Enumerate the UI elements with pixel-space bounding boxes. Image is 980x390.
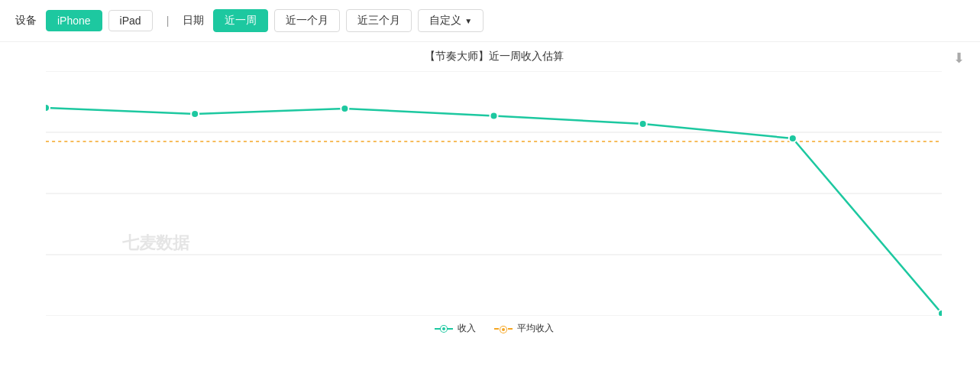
ipad-button[interactable]: iPad	[108, 10, 153, 31]
legend-revenue-label: 收入	[458, 322, 476, 335]
svg-point-13	[341, 105, 348, 112]
chevron-down-icon: ▼	[464, 17, 472, 25]
chart-svg: 1,200 900 600 300 0 01月31日 02月01日 02月02日…	[46, 71, 942, 316]
custom-button[interactable]: 自定义 ▼	[418, 9, 484, 32]
iphone-button[interactable]: iPhone	[46, 10, 102, 31]
three-month-button[interactable]: 近三个月	[346, 9, 412, 32]
chart-area: 七麦数据 1,200 900 600 300 0	[46, 71, 942, 316]
download-icon[interactable]: ⬇	[953, 50, 965, 67]
separator: |	[167, 15, 170, 27]
legend-avg: 平均收入	[494, 322, 554, 335]
week-button[interactable]: 近一周	[213, 9, 268, 32]
legend-avg-label: 平均收入	[517, 322, 554, 335]
top-bar: 设备 iPhone iPad | 日期 近一周 近一个月 近三个月 自定义 ▼	[0, 0, 980, 42]
svg-point-12	[191, 110, 199, 118]
svg-point-16	[789, 135, 797, 142]
date-label: 日期	[183, 14, 204, 28]
svg-point-14	[490, 112, 497, 120]
chart-container: 【节奏大师】近一周收入估算 ⬇ 七麦数据 1,200 900 600 300 0	[0, 42, 980, 390]
month-button[interactable]: 近一个月	[274, 9, 340, 32]
device-label: 设备	[15, 14, 37, 28]
svg-point-11	[46, 104, 50, 112]
chart-title: 【节奏大师】近一周收入估算	[46, 50, 942, 63]
legend-revenue: 收入	[435, 322, 476, 335]
chart-legend: 收入 平均收入	[46, 322, 942, 335]
svg-point-17	[938, 310, 942, 316]
svg-point-15	[639, 120, 647, 128]
